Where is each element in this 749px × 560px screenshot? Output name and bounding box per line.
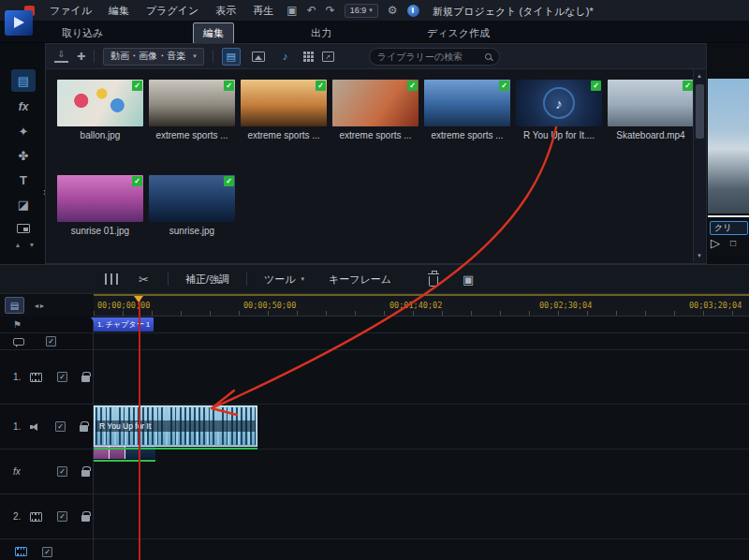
- media-name: extreme sports ...: [149, 130, 235, 140]
- track-enable-checkbox[interactable]: ✓: [57, 372, 67, 382]
- track-enable-checkbox[interactable]: ✓: [57, 511, 67, 522]
- tab-produce[interactable]: 出力: [301, 23, 341, 43]
- sidebar-item-title-room[interactable]: T: [11, 169, 36, 191]
- filter-music-icon[interactable]: ♪: [276, 48, 295, 66]
- list-item[interactable]: ✓ ballon.jpg: [57, 80, 143, 140]
- media-thumbnail[interactable]: ✓: [241, 80, 327, 126]
- aspect-ratio-value: 16:9: [350, 6, 367, 15]
- media-name: ballon.jpg: [57, 130, 143, 140]
- stop-button[interactable]: □: [730, 238, 736, 248]
- import-media-icon[interactable]: ⇩: [54, 51, 68, 63]
- media-filter-value: 動画・画像・音楽: [110, 50, 185, 63]
- sidebar-collapse-up-icon[interactable]: ▲: [11, 242, 24, 248]
- sidebar-item-effect-room[interactable]: fx: [11, 96, 36, 118]
- menu-bar: ファイル 編集 プラグイン 表示 再生 ▣ ↶ ↷ 16:9 ▾ ⚙ 新規プロジ…: [0, 0, 749, 21]
- list-item[interactable]: ✓ extreme sports ...: [149, 80, 235, 140]
- chapter-marker-handle[interactable]: [91, 317, 98, 323]
- fit-timeline-button[interactable]: ◄►: [29, 297, 49, 314]
- playhead-marker[interactable]: [134, 296, 143, 302]
- media-thumbnail[interactable]: ✓: [424, 80, 510, 126]
- timeline-ruler[interactable]: 00;00;00;00 00;00;50;00 00;01;40;02 00;0…: [94, 294, 749, 317]
- separator: [168, 273, 169, 286]
- track-enable-checkbox[interactable]: ✓: [55, 421, 66, 432]
- settings-gear-icon[interactable]: ⚙: [388, 5, 398, 16]
- redo-icon[interactable]: ↷: [326, 5, 335, 16]
- media-name: extreme sports ...: [424, 130, 510, 140]
- filter-image-icon[interactable]: [249, 48, 268, 66]
- narration-icon[interactable]: [407, 5, 419, 17]
- list-item[interactable]: ✓ sunrise 01.jpg: [57, 175, 143, 236]
- sidebar-item-media-room[interactable]: ▤: [11, 69, 36, 92]
- track-lock-icon[interactable]: [80, 425, 88, 432]
- menu-edit[interactable]: 編集: [100, 4, 138, 18]
- filter-video-icon[interactable]: ▤: [222, 48, 241, 66]
- library-scrollbar[interactable]: ▲ ▼: [693, 69, 705, 262]
- delete-trash-icon[interactable]: [429, 276, 438, 287]
- tab-create-disc[interactable]: ディスク作成: [418, 23, 499, 43]
- list-item[interactable]: ✓ extreme sports ...: [241, 80, 327, 140]
- image-icon: [252, 52, 265, 62]
- track-lock-icon[interactable]: [81, 470, 90, 477]
- export-to-library-icon[interactable]: ▣: [463, 273, 474, 286]
- chapter-flag-icon: ⚑: [13, 320, 22, 330]
- project-title: 新規プロジェクト (タイトルなし)*: [433, 5, 594, 19]
- media-thumbnail[interactable]: ✓: [57, 175, 143, 222]
- undo-icon[interactable]: ↶: [307, 5, 316, 16]
- list-item[interactable]: ✓ extreme sports ...: [332, 80, 419, 140]
- track-enable-checkbox[interactable]: ✓: [42, 547, 52, 557]
- menu-view[interactable]: 表示: [207, 4, 244, 18]
- timeline: 00;00;00;00 00;00;50;00 00;01;40;02 00;0…: [0, 294, 749, 560]
- media-filter-dropdown[interactable]: 動画・画像・音楽 ▾: [103, 48, 204, 66]
- detach-panel-icon[interactable]: ↗: [322, 52, 334, 62]
- media-name: extreme sports ...: [332, 130, 419, 140]
- sidebar-collapse-down-icon[interactable]: ▼: [25, 242, 38, 248]
- playhead-line[interactable]: [139, 296, 140, 560]
- plugin-icon[interactable]: ✚: [77, 52, 85, 62]
- keyframe-line: [94, 448, 257, 449]
- menu-playback[interactable]: 再生: [244, 4, 282, 18]
- search-input[interactable]: [377, 52, 479, 62]
- media-thumbnail[interactable]: ✓: [332, 80, 419, 126]
- split-scissors-icon[interactable]: ✂: [139, 273, 149, 286]
- preview-scrubber[interactable]: [708, 215, 749, 217]
- media-thumbnail[interactable]: ✓: [57, 80, 143, 126]
- menu-plugins[interactable]: プラグイン: [138, 4, 207, 18]
- effect-track-header: fx ✓: [0, 449, 94, 494]
- chapter-marker[interactable]: 1. チャプター 1: [94, 317, 154, 332]
- display-panel-icon[interactable]: ▣: [286, 5, 297, 16]
- menu-file[interactable]: ファイル: [41, 4, 100, 18]
- scroll-up-icon[interactable]: ▲: [694, 70, 705, 81]
- keyframe-button[interactable]: キーフレーム: [329, 273, 391, 287]
- list-item[interactable]: ✓ sunrise.jpg: [149, 175, 235, 236]
- tab-capture[interactable]: 取り込み: [52, 23, 113, 43]
- scroll-down-icon[interactable]: ▼: [694, 250, 705, 261]
- fix-enhance-button[interactable]: 補正/強調: [185, 273, 229, 287]
- track-view-button[interactable]: ▤: [5, 297, 24, 314]
- list-item-audio[interactable]: ♪ ✓ R You Up for It....: [516, 80, 602, 140]
- tab-edit[interactable]: 編集: [193, 22, 234, 44]
- scrollbar-thumb[interactable]: [696, 84, 704, 139]
- play-button[interactable]: ▷: [711, 236, 720, 250]
- list-item[interactable]: ✓ Skateboard.mp4: [608, 80, 694, 140]
- sidebar-item-pip-room[interactable]: [11, 217, 36, 240]
- sidebar-item-transition-room[interactable]: ◪: [11, 193, 36, 215]
- audio-clip[interactable]: R You Up for It: [94, 405, 257, 447]
- track-enable-checkbox[interactable]: ✓: [46, 336, 56, 346]
- clip-mode-button[interactable]: クリ: [710, 221, 748, 235]
- media-thumbnail[interactable]: ♪ ✓: [516, 80, 602, 126]
- tools-dropdown[interactable]: ツール: [264, 273, 296, 287]
- track-lock-icon[interactable]: [81, 376, 90, 382]
- media-thumbnail[interactable]: ✓: [149, 175, 235, 222]
- track-lock-icon[interactable]: [81, 515, 90, 522]
- media-thumbnail[interactable]: ✓: [608, 80, 694, 126]
- sidebar-item-particle-room[interactable]: ✤: [11, 144, 36, 167]
- media-thumbnail[interactable]: ✓: [149, 80, 235, 126]
- sidebar-item-pip-objects[interactable]: ✦: [11, 120, 36, 142]
- audio-clip-label: R You Up for It: [95, 420, 256, 432]
- aspect-ratio-select[interactable]: 16:9 ▾: [345, 4, 378, 18]
- track-enable-checkbox[interactable]: ✓: [57, 466, 67, 477]
- ruler-timestamp: 00;00;50;00: [243, 301, 296, 310]
- grid-view-icon[interactable]: [303, 52, 314, 62]
- track-manager-icon[interactable]: [105, 273, 118, 285]
- list-item[interactable]: ✓ extreme sports ...: [424, 80, 510, 140]
